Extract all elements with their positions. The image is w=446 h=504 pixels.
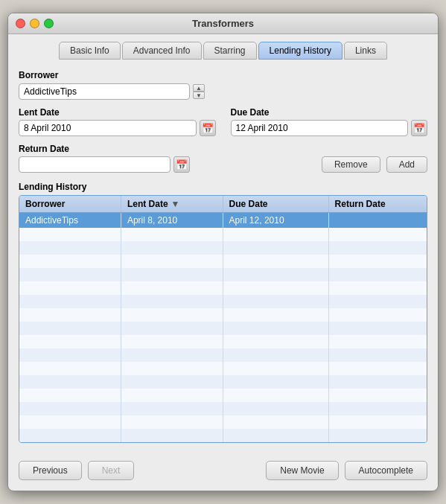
table-row[interactable] bbox=[19, 322, 427, 335]
lent-due-date-row: Lent Date 📅 Due Date 📅 bbox=[19, 107, 427, 136]
table-row[interactable] bbox=[19, 348, 427, 362]
minimize-button[interactable] bbox=[30, 19, 39, 28]
cell-due-date: April 12, 2010 bbox=[223, 213, 328, 229]
table-row[interactable] bbox=[19, 335, 427, 348]
table-row[interactable] bbox=[19, 402, 427, 415]
return-date-input[interactable] bbox=[19, 156, 171, 173]
table-row[interactable] bbox=[19, 268, 427, 281]
next-button[interactable]: Next bbox=[88, 461, 135, 480]
stepper-down[interactable]: ▼ bbox=[193, 92, 205, 99]
content-area: Basic Info Advanced Info Starring Lendin… bbox=[8, 34, 438, 453]
remove-button[interactable]: Remove bbox=[322, 156, 380, 173]
return-date-calendar-icon[interactable]: 📅 bbox=[173, 156, 190, 173]
lent-date-calendar-icon[interactable]: 📅 bbox=[200, 120, 216, 136]
due-date-wrap: 📅 bbox=[231, 120, 428, 136]
due-date-group: Due Date 📅 bbox=[231, 107, 428, 136]
due-date-input[interactable] bbox=[231, 120, 409, 136]
borrower-stepper[interactable]: ▲ ▼ bbox=[193, 84, 205, 99]
lent-date-label: Lent Date bbox=[19, 107, 216, 118]
lent-date-input[interactable] bbox=[19, 120, 197, 136]
window-controls bbox=[16, 19, 54, 28]
return-date-group: Return Date 📅 bbox=[19, 144, 190, 173]
due-date-label: Due Date bbox=[231, 107, 428, 118]
tab-advanced-info[interactable]: Advanced Info bbox=[122, 42, 202, 60]
table-row[interactable] bbox=[19, 281, 427, 295]
tab-bar: Basic Info Advanced Info Starring Lendin… bbox=[19, 42, 427, 60]
tab-links[interactable]: Links bbox=[344, 42, 387, 60]
table-row[interactable]: AddictiveTips April 8, 2010 April 12, 20… bbox=[19, 213, 427, 229]
table-row[interactable] bbox=[19, 228, 427, 241]
return-date-wrap: 📅 bbox=[19, 156, 190, 173]
close-button[interactable] bbox=[16, 19, 25, 28]
lending-history-label: Lending History bbox=[19, 182, 427, 192]
lent-date-group: Lent Date 📅 bbox=[19, 107, 216, 136]
tab-starring[interactable]: Starring bbox=[203, 42, 257, 60]
col-due-date[interactable]: Due Date bbox=[223, 196, 328, 213]
table-row[interactable] bbox=[19, 415, 427, 429]
action-buttons: Remove Add bbox=[322, 156, 427, 173]
cell-borrower: AddictiveTips bbox=[19, 213, 121, 229]
table-body: AddictiveTips April 8, 2010 April 12, 20… bbox=[19, 213, 427, 443]
new-movie-button[interactable]: New Movie bbox=[266, 461, 338, 480]
col-borrower[interactable]: Borrower bbox=[19, 196, 121, 213]
tab-lending-history[interactable]: Lending History bbox=[258, 42, 343, 60]
lending-history-table-wrap: Borrower Lent Date▼ Due Date Return Date… bbox=[19, 195, 427, 443]
table-row[interactable] bbox=[19, 375, 427, 389]
lending-history-table: Borrower Lent Date▼ Due Date Return Date… bbox=[19, 196, 427, 442]
borrower-label: Borrower bbox=[19, 70, 427, 80]
return-date-label: Return Date bbox=[19, 144, 190, 154]
titlebar: Transformers bbox=[8, 13, 438, 34]
stepper-up[interactable]: ▲ bbox=[193, 84, 205, 92]
sort-icon: ▼ bbox=[171, 199, 180, 209]
table-row[interactable] bbox=[19, 308, 427, 322]
table-row[interactable] bbox=[19, 241, 427, 255]
due-date-calendar-icon[interactable]: 📅 bbox=[411, 120, 427, 136]
bottom-bar: Previous Next New Movie Autocomplete bbox=[8, 453, 438, 491]
window-title: Transformers bbox=[192, 18, 254, 29]
cell-lent-date: April 8, 2010 bbox=[121, 213, 223, 229]
table-row[interactable] bbox=[19, 295, 427, 308]
col-return-date[interactable]: Return Date bbox=[328, 196, 427, 213]
return-date-row: Return Date 📅 Remove Add bbox=[19, 144, 427, 173]
col-lent-date[interactable]: Lent Date▼ bbox=[121, 196, 223, 213]
previous-button[interactable]: Previous bbox=[19, 461, 82, 480]
cell-return-date bbox=[328, 213, 427, 229]
lent-date-wrap: 📅 bbox=[19, 120, 216, 136]
borrower-row: ▲ ▼ bbox=[19, 83, 427, 100]
borrower-input[interactable] bbox=[19, 83, 190, 100]
main-window: Transformers Basic Info Advanced Info St… bbox=[7, 13, 439, 491]
autocomplete-button[interactable]: Autocomplete bbox=[345, 461, 427, 480]
table-row[interactable] bbox=[19, 429, 427, 442]
table-row[interactable] bbox=[19, 255, 427, 268]
table-header-row: Borrower Lent Date▼ Due Date Return Date bbox=[19, 196, 427, 213]
tab-basic-info[interactable]: Basic Info bbox=[59, 42, 121, 60]
maximize-button[interactable] bbox=[44, 19, 54, 28]
add-button[interactable]: Add bbox=[386, 156, 427, 173]
table-row[interactable] bbox=[19, 389, 427, 402]
table-row[interactable] bbox=[19, 362, 427, 375]
